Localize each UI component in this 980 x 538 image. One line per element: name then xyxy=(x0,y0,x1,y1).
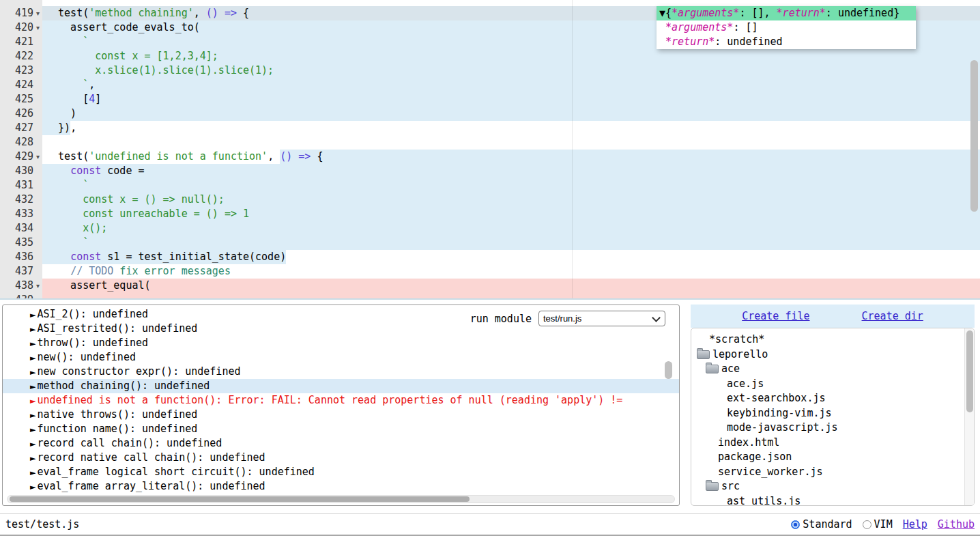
code-cell[interactable]: ` xyxy=(42,236,980,250)
expand-triangle-icon[interactable]: ► xyxy=(30,339,35,348)
help-link[interactable]: Help xyxy=(903,518,927,530)
code-line[interactable]: 435 ` xyxy=(0,236,980,250)
highlight-band xyxy=(42,107,980,121)
code-cell[interactable]: x.slice(1).slice(1).slice(1); xyxy=(42,63,980,78)
expand-triangle-icon[interactable]: ► xyxy=(30,468,35,477)
fold-arrow-icon[interactable]: ▾ xyxy=(33,150,42,164)
tree-scrollbar-thumb[interactable] xyxy=(966,330,973,412)
test-result-item[interactable]: ►method chaining(): undefined xyxy=(3,379,679,393)
code-cell[interactable]: x(); xyxy=(42,221,980,236)
test-result-item[interactable]: ►record native call chain(): undefined xyxy=(3,451,679,465)
code-cell[interactable]: const x = [1,2,3,4]; xyxy=(42,49,980,63)
tree-item-dir[interactable]: leporello xyxy=(691,348,974,363)
inspector-header[interactable]: ▼{*arguments*: [], *return*: undefined} xyxy=(657,6,916,20)
code-cell[interactable]: }), xyxy=(42,121,980,135)
code-line[interactable]: 428 xyxy=(0,135,980,150)
tree-scrollbar-track[interactable] xyxy=(964,328,974,505)
test-result-item[interactable]: ►record call chain(): undefined xyxy=(3,436,679,451)
run-module-select[interactable]: test/run.js xyxy=(538,311,665,326)
code-line[interactable]: 429▾ test('undefined is not a function',… xyxy=(0,150,980,164)
fold-arrow-icon[interactable]: ▾ xyxy=(33,6,42,20)
expand-triangle-icon[interactable]: ► xyxy=(30,425,35,434)
keybinding-vim-option[interactable]: VIM xyxy=(863,518,893,530)
expand-triangle-icon[interactable]: ► xyxy=(30,354,35,363)
tree-item-file[interactable]: ext-searchbox.js xyxy=(691,391,974,406)
editor-vertical-scrollbar[interactable] xyxy=(970,60,978,212)
code-line[interactable]: 433 const unreachable = () => 1 xyxy=(0,207,980,221)
expand-triangle-icon[interactable]: ► xyxy=(30,454,35,463)
code-cell[interactable]: const code = xyxy=(42,164,980,178)
code-cell[interactable]: test('undefined is not a function', () =… xyxy=(42,150,980,164)
test-result-item[interactable]: ►undefined is not a function(): Error: F… xyxy=(3,393,679,408)
code-line[interactable]: 423 x.slice(1).slice(1).slice(1); xyxy=(0,63,980,78)
code-line[interactable]: 436 const s1 = test_initial_state(code) xyxy=(0,250,980,264)
code-line[interactable]: 431 ` xyxy=(0,178,980,193)
code-line[interactable]: 437 // TODO fix error messages xyxy=(0,264,980,279)
code-editor[interactable]: 419▾ test('method chaining', () => {420▾… xyxy=(0,0,980,300)
test-result-item[interactable]: ►eval_frame logical short circuit(): und… xyxy=(3,465,679,479)
tree-item-file[interactable]: mode-javascript.js xyxy=(691,421,974,436)
code-line[interactable]: 425 [4] xyxy=(0,92,980,107)
tree-item-dir[interactable]: src xyxy=(691,479,974,494)
code-line[interactable]: 424 `, xyxy=(0,78,980,92)
test-result-item[interactable]: ►new(): undefined xyxy=(3,350,679,365)
test-result-item[interactable]: ►function name(): undefined xyxy=(3,422,679,436)
inspector-row[interactable]: *return*: undefined xyxy=(657,35,916,49)
tree-item-file[interactable]: index.html xyxy=(691,436,974,451)
code-cell[interactable]: ` xyxy=(42,178,980,193)
tree-item-file[interactable]: service_worker.js xyxy=(691,465,974,480)
tree-item-dir[interactable]: ace xyxy=(691,362,974,377)
expand-triangle-icon[interactable]: ► xyxy=(30,440,35,449)
tree-item-file[interactable]: ace.js xyxy=(691,377,974,392)
code-line-text: ` xyxy=(46,36,89,48)
code-cell[interactable]: const x = () => null(); xyxy=(42,193,980,207)
create-file-link[interactable]: Create file xyxy=(742,310,809,322)
code-line-text: const x = [1,2,3,4]; xyxy=(46,50,218,62)
create-dir-link[interactable]: Create dir xyxy=(862,310,923,322)
expand-triangle-icon[interactable]: ► xyxy=(30,368,35,377)
console-horizontal-scrollbar-thumb[interactable] xyxy=(10,496,470,502)
keybinding-standard-option[interactable]: Standard xyxy=(791,518,852,530)
code-line[interactable]: 422 const x = [1,2,3,4]; xyxy=(0,49,980,63)
test-result-item[interactable]: ►native throws(): undefined xyxy=(3,408,679,422)
console-horizontal-scrollbar-track[interactable] xyxy=(7,495,675,503)
expand-triangle-icon[interactable]: ► xyxy=(30,311,35,320)
code-cell[interactable] xyxy=(42,293,980,300)
expand-triangle-icon[interactable]: ► xyxy=(30,325,35,334)
expand-triangle-icon[interactable]: ► xyxy=(30,397,35,406)
console-vertical-scrollbar[interactable] xyxy=(665,361,672,379)
fold-arrow-icon[interactable]: ▾ xyxy=(33,279,42,293)
tree-item-file[interactable]: package.json xyxy=(691,450,974,465)
code-line[interactable]: 427 }), xyxy=(0,121,980,135)
tree-item-file[interactable]: ast_utils.js xyxy=(691,494,974,507)
keybinding-standard-label: Standard xyxy=(803,518,852,530)
github-link[interactable]: Github xyxy=(938,518,975,530)
code-cell[interactable]: [4] xyxy=(42,92,980,107)
code-line[interactable]: 438▾ assert_equal( xyxy=(0,279,980,293)
test-result-item[interactable]: ►new constructor expr(): undefined xyxy=(3,365,679,379)
code-cell[interactable]: // TODO fix error messages xyxy=(42,264,980,279)
inspector-row[interactable]: *arguments*: [] xyxy=(657,20,916,35)
expand-triangle-icon[interactable]: ► xyxy=(30,483,35,492)
code-line[interactable]: 434 x(); xyxy=(0,221,980,236)
expand-triangle-icon[interactable]: ► xyxy=(30,382,35,391)
radio-standard-icon[interactable] xyxy=(791,520,800,529)
test-result-label: native throws(): undefined xyxy=(37,408,197,421)
tree-item-file[interactable]: keybinding-vim.js xyxy=(691,406,974,421)
test-result-item[interactable]: ►throw(): undefined xyxy=(3,336,679,350)
code-cell[interactable]: assert_equal( xyxy=(42,279,980,293)
tree-item-file[interactable]: *scratch* xyxy=(691,332,974,348)
code-line[interactable]: 430 const code = xyxy=(0,164,980,178)
code-line[interactable]: 432 const x = () => null(); xyxy=(0,193,980,207)
code-cell[interactable]: ) xyxy=(42,107,980,121)
code-cell[interactable] xyxy=(42,135,980,150)
radio-vim-icon[interactable] xyxy=(863,520,871,529)
test-result-item[interactable]: ►eval_frame array_literal(): undefined xyxy=(3,479,679,494)
code-line[interactable]: 426 ) xyxy=(0,107,980,121)
code-cell[interactable]: `, xyxy=(42,78,980,92)
code-line[interactable]: 439 xyxy=(0,293,980,300)
code-cell[interactable]: const s1 = test_initial_state(code) xyxy=(42,250,980,264)
expand-triangle-icon[interactable]: ► xyxy=(30,411,35,420)
fold-arrow-icon[interactable]: ▾ xyxy=(33,20,42,35)
code-cell[interactable]: const unreachable = () => 1 xyxy=(42,207,980,221)
